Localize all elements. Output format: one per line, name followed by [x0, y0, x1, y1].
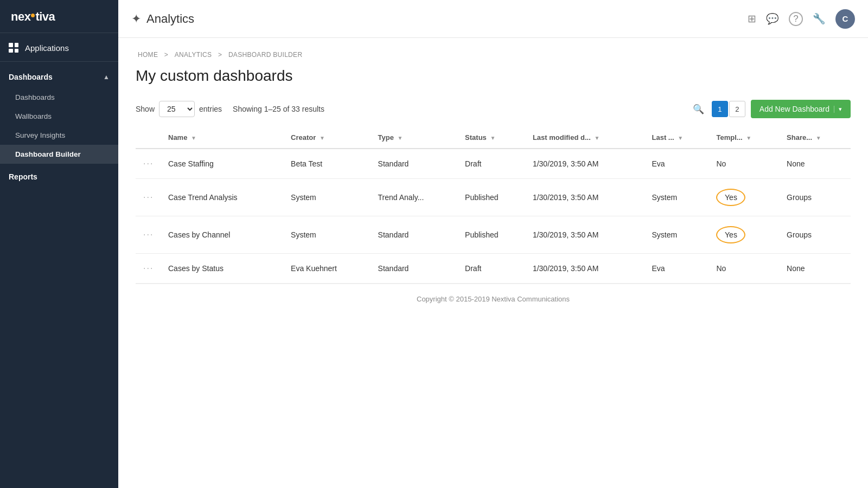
col-name[interactable]: Name ▼ — [163, 127, 285, 149]
status-cell: Draft — [459, 254, 527, 284]
nav-sub-items: Dashboards Wallboards Survey Insights Da… — [0, 88, 118, 164]
last-by-cell: Eva — [647, 149, 711, 179]
dashboards-table: Name ▼ Creator ▼ Type ▼ Status ▼ Last mo… — [136, 127, 851, 284]
status-cell: Published — [459, 179, 527, 216]
name-cell: Cases by Channel — [163, 216, 285, 254]
analytics-icon: ✦ — [131, 12, 141, 26]
row-menu-cell: ··· — [136, 254, 163, 284]
sidebar-item-dashboards[interactable]: Dashboards — [0, 88, 118, 107]
main-content: ✦ Analytics ⊞ 💬 ? 🔧 C HOME > ANALYTICS >… — [118, 0, 868, 488]
row-menu-icon[interactable]: ··· — [141, 192, 156, 202]
row-menu-icon[interactable]: ··· — [141, 264, 156, 273]
col-type[interactable]: Type ▼ — [373, 127, 460, 149]
sidebar-item-dashboard-builder[interactable]: Dashboard Builder — [0, 145, 118, 164]
row-menu-icon[interactable]: ··· — [141, 159, 156, 168]
col-shared[interactable]: Share... ▼ — [781, 127, 851, 149]
last-modified-cell: 1/30/2019, 3:50 AM — [527, 254, 647, 284]
entries-select[interactable]: 10 25 50 100 — [159, 101, 195, 117]
shared-cell: Groups — [781, 216, 851, 254]
chevron-up-icon: ▲ — [103, 73, 110, 81]
last-modified-cell: 1/30/2019, 3:50 AM — [527, 179, 647, 216]
top-header: ✦ Analytics ⊞ 💬 ? 🔧 C — [118, 0, 868, 38]
shared-cell: None — [781, 254, 851, 284]
applications-label: Applications — [25, 43, 69, 53]
header-right: ⊞ 💬 ? 🔧 C — [748, 9, 855, 29]
name-cell: Case Staffing — [163, 149, 285, 179]
type-cell: Standard — [373, 254, 460, 284]
dashboards-group-label: Dashboards — [9, 73, 53, 81]
dashboards-group-header[interactable]: Dashboards ▲ — [0, 66, 118, 88]
template-cell: Yes — [711, 179, 781, 216]
chat-icon[interactable]: 💬 — [766, 12, 779, 25]
sidebar-item-reports[interactable]: Reports — [0, 166, 118, 188]
footer: Copyright © 2015-2019 Nextiva Communicat… — [136, 284, 851, 314]
content-area: HOME > ANALYTICS > DASHBOARD BUILDER My … — [118, 38, 868, 488]
type-cell: Standard — [373, 149, 460, 179]
table-body: ··· Case Staffing Beta Test Standard Dra… — [136, 149, 851, 284]
last-modified-cell: 1/30/2019, 3:50 AM — [527, 216, 647, 254]
show-label: Show — [136, 105, 155, 113]
user-avatar[interactable]: C — [835, 9, 855, 29]
toolbar-left: Show 10 25 50 100 entries Showing 1–25 o… — [136, 101, 324, 117]
creator-cell: Beta Test — [285, 149, 373, 179]
dropdown-arrow-icon: ▾ — [834, 106, 842, 113]
status-cell: Published — [459, 216, 527, 254]
search-icon[interactable]: 🔍 — [691, 101, 706, 117]
breadcrumb-current: DASHBOARD BUILDER — [228, 51, 302, 59]
type-cell: Trend Analy... — [373, 179, 460, 216]
settings-icon[interactable]: 🔧 — [813, 12, 826, 25]
row-menu-icon[interactable]: ··· — [141, 230, 156, 239]
page-title: My custom dashboards — [136, 67, 851, 85]
col-menu — [136, 127, 163, 149]
logo: nextiva — [11, 11, 55, 23]
col-template[interactable]: Templ... ▼ — [711, 127, 781, 149]
table-row: ··· Case Staffing Beta Test Standard Dra… — [136, 149, 851, 179]
sidebar-item-wallboards[interactable]: Wallboards — [0, 107, 118, 126]
showing-info: Showing 1–25 of 33 results — [233, 105, 324, 113]
page-2-button[interactable]: 2 — [729, 101, 745, 117]
page-header-title: Analytics — [146, 12, 194, 26]
template-cell: No — [711, 149, 781, 179]
name-cell: Cases by Status — [163, 254, 285, 284]
table-row: ··· Cases by Channel System Standard Pub… — [136, 216, 851, 254]
creator-cell: System — [285, 216, 373, 254]
breadcrumb-analytics[interactable]: ANALYTICS — [175, 51, 212, 59]
sidebar-item-survey-insights[interactable]: Survey Insights — [0, 126, 118, 145]
type-cell: Standard — [373, 216, 460, 254]
apps-grid-icon — [9, 43, 18, 53]
breadcrumb: HOME > ANALYTICS > DASHBOARD BUILDER — [136, 51, 851, 59]
col-last-modified[interactable]: Last modified d... ▼ — [527, 127, 647, 149]
row-menu-cell: ··· — [136, 149, 163, 179]
toolbar-right: 🔍 1 2 Add New Dashboard ▾ — [691, 100, 851, 118]
shared-cell: Groups — [781, 179, 851, 216]
table-row: ··· Case Trend Analysis System Trend Ana… — [136, 179, 851, 216]
add-dashboard-label: Add New Dashboard — [760, 105, 829, 113]
yes-badge: Yes — [716, 189, 745, 206]
entries-label: entries — [199, 105, 222, 113]
breadcrumb-home[interactable]: HOME — [138, 51, 158, 59]
add-new-dashboard-button[interactable]: Add New Dashboard ▾ — [751, 100, 851, 118]
col-status[interactable]: Status ▼ — [459, 127, 527, 149]
logo-dot-container — [30, 11, 35, 23]
col-creator[interactable]: Creator ▼ — [285, 127, 373, 149]
nav-section: Dashboards ▲ Dashboards Wallboards Surve… — [0, 62, 118, 488]
template-cell: Yes — [711, 216, 781, 254]
creator-cell: System — [285, 179, 373, 216]
copyright-text: Copyright © 2015-2019 Nextiva Communicat… — [417, 295, 570, 303]
last-by-cell: Eva — [647, 254, 711, 284]
help-icon[interactable]: ? — [789, 12, 803, 26]
logo-text: nex — [11, 11, 30, 23]
grid-icon[interactable]: ⊞ — [748, 12, 756, 25]
breadcrumb-sep2: > — [218, 51, 222, 59]
col-last-by[interactable]: Last ... ▼ — [647, 127, 711, 149]
last-by-cell: System — [647, 216, 711, 254]
pagination: 1 2 — [712, 101, 745, 117]
page-1-button[interactable]: 1 — [712, 101, 728, 117]
last-by-cell: System — [647, 179, 711, 216]
template-cell: No — [711, 254, 781, 284]
applications-section[interactable]: Applications — [0, 33, 118, 62]
creator-cell: Eva Kuehnert — [285, 254, 373, 284]
header-left: ✦ Analytics — [131, 12, 194, 26]
name-cell: Case Trend Analysis — [163, 179, 285, 216]
row-menu-cell: ··· — [136, 179, 163, 216]
